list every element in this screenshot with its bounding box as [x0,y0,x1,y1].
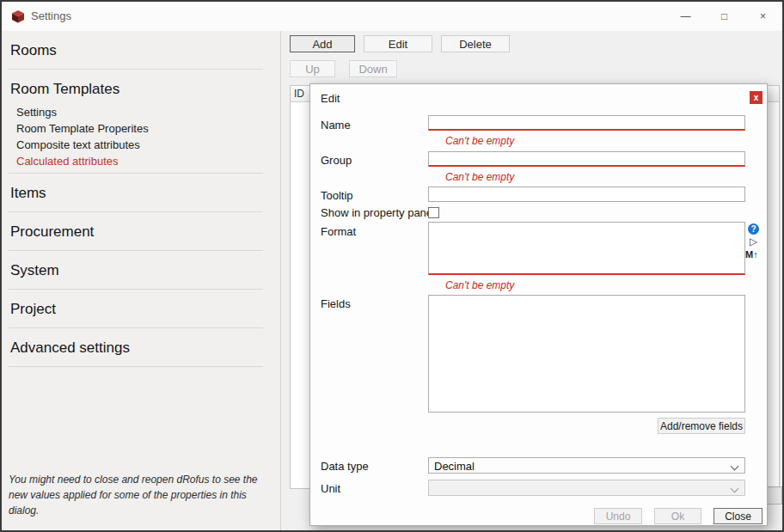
data-type-label: Data type [321,460,369,473]
sidebar-item-items[interactable]: Items [2,174,280,208]
separator [9,366,263,367]
window-close-button[interactable]: × [744,2,782,31]
dropdown-arrow-icon [731,485,739,493]
titlebar: Settings — □ × [2,2,782,31]
window-controls: — □ × [666,2,782,31]
format-textarea[interactable] [428,222,745,275]
markup-icon[interactable]: M↑ [745,249,758,260]
show-in-property-pane-label: Show in property pane [321,206,432,219]
name-input[interactable] [428,115,745,131]
sidebar-item-room-templates[interactable]: Room Templates [2,70,280,104]
fields-label: Fields [321,297,351,310]
delete-button[interactable]: Delete [441,35,510,52]
window-title: Settings [31,9,71,22]
sidebar-note: You might need to close and reopen dRofu… [9,472,266,518]
help-icon[interactable]: ? [748,223,759,235]
sidebar-item-project[interactable]: Project [2,290,280,324]
dialog-close-x-button[interactable]: x [750,91,763,104]
tooltip-input[interactable] [428,187,745,202]
edit-button[interactable]: Edit [364,35,432,52]
sidebar-item-settings[interactable]: Settings [2,104,280,120]
up-button[interactable]: Up [290,60,335,77]
dialog-close-button[interactable]: Close [714,508,763,524]
ok-button[interactable]: Ok [654,508,701,524]
maximize-icon: □ [721,10,727,22]
play-icon[interactable]: ▷ [750,235,757,248]
play-icon-glyph: ▷ [750,235,757,248]
group-label: Group [321,154,352,167]
edit-dialog: Edit x Name Can't be empty Group Can't b… [309,83,768,526]
name-validation-message: Can't be empty [445,135,514,147]
sidebar-item-composite-text-attributes[interactable]: Composite text attributes [2,137,280,153]
group-validation-message: Can't be empty [445,171,514,183]
sidebar-item-procurement[interactable]: Procurement [2,212,280,247]
app-icon [11,9,25,23]
sidebar-item-advanced-settings[interactable]: Advanced settings [2,328,280,363]
group-input[interactable] [428,151,745,167]
window-close-icon: × [760,10,766,22]
settings-window: Settings — □ × Rooms Room Templates Sett… [0,0,784,532]
sidebar: Rooms Room Templates Settings Room Templ… [2,31,281,530]
add-remove-fields-button[interactable]: Add/remove fields [658,418,745,434]
dialog-close-x-icon: x [754,93,759,102]
sidebar-item-system[interactable]: System [2,251,280,285]
add-button[interactable]: Add [290,35,355,52]
fields-listbox[interactable] [428,295,745,413]
sidebar-item-room-template-properties[interactable]: Room Template Properites [2,120,280,137]
format-label: Format [321,225,356,238]
markup-icon-glyph: M↑ [745,249,758,260]
down-button[interactable]: Down [349,60,397,77]
unit-label: Unit [321,482,340,495]
dropdown-arrow-icon [731,462,739,471]
undo-button[interactable]: Undo [594,508,642,524]
show-in-property-pane-checkbox[interactable] [428,207,439,218]
tooltip-label: Tooltip [321,189,353,202]
data-type-value: Decimal [434,460,475,473]
sidebar-item-rooms[interactable]: Rooms [2,31,280,65]
minimize-button[interactable]: — [666,2,705,31]
unit-select[interactable] [428,480,745,496]
help-icon-glyph: ? [750,224,756,234]
name-label: Name [321,119,351,131]
minimize-icon: — [681,10,691,22]
id-column-header: ID [291,86,310,101]
format-validation-message: Can't be empty [445,279,514,291]
maximize-button[interactable]: □ [705,2,744,31]
dialog-title: Edit [321,92,340,105]
sidebar-item-calculated-attributes[interactable]: Calculated attributes [2,153,280,169]
data-type-select[interactable]: Decimal [428,457,745,474]
